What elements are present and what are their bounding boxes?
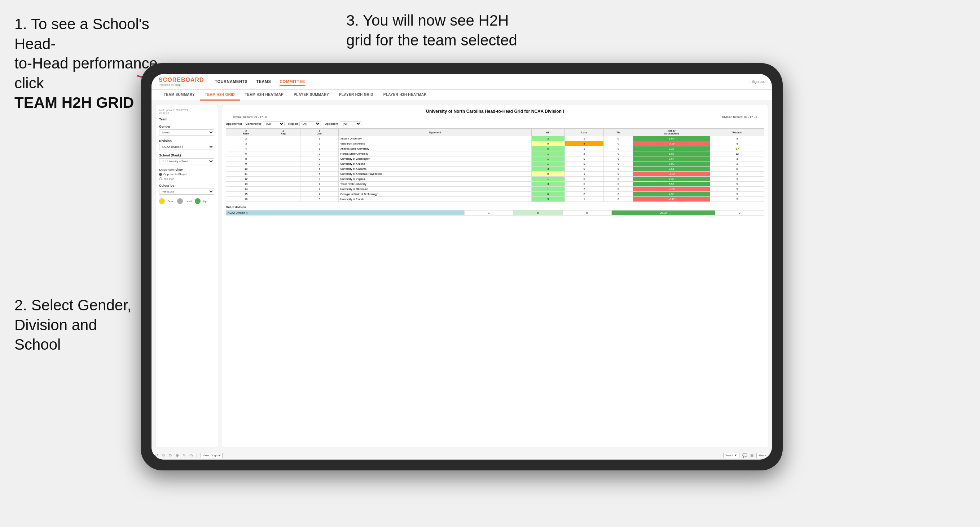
cell-rounds: 8 <box>710 167 764 171</box>
cell-rank: 9 <box>226 162 266 167</box>
cell-rounds: 12 <box>710 151 764 156</box>
radio-opponents-played[interactable]: Opponents Played <box>159 173 214 176</box>
watch-btn[interactable]: Watch ▼ <box>723 453 740 458</box>
redo-icon[interactable]: ↻ <box>162 453 165 458</box>
overall-record: Overall Record: 89 - 17 - 0 <box>233 115 267 119</box>
radio-dot-top100 <box>159 177 162 180</box>
table-row: 8 2 University of Washington 1 0 0 3.67 … <box>226 156 764 162</box>
view-original-btn[interactable]: View: Original <box>200 453 223 458</box>
cell-rank: 10 <box>226 167 266 171</box>
opponent-view-label: Opponent View <box>159 168 214 171</box>
nav-committee[interactable]: COMMITTEE <box>280 78 305 86</box>
comment-icon[interactable]: 💬 <box>742 453 747 458</box>
table-row: 9 3 University of Arizona 1 0 0 9.00 2 <box>226 162 764 167</box>
share-btn[interactable]: Share <box>756 453 768 458</box>
tab-player-h2h-grid[interactable]: PLAYER H2H GRID <box>334 90 379 100</box>
undo-icon[interactable]: ↺ <box>155 453 158 458</box>
cell-opponent: Georgia Institute of Technology <box>339 192 531 197</box>
sidebar: Last Updated: 27/03/2024 16:55:38 Team G… <box>155 105 218 447</box>
cell-rank: 13 <box>226 182 266 187</box>
out-of-div-label: Out of division <box>226 205 764 209</box>
cell-diff: -2.29 <box>633 141 710 146</box>
cell-diff: -4.33 <box>633 171 710 177</box>
colour-select[interactable]: Win/Loss <box>159 189 214 195</box>
colour-section: Colour by Win/Loss <box>159 184 214 195</box>
cell-tie: 0 <box>604 151 633 156</box>
th-conf: #Conf <box>301 129 339 136</box>
cell-win: 3 <box>531 197 565 202</box>
cell-opponent: University of Washington <box>339 156 531 162</box>
conference-label: Conference <box>246 122 261 125</box>
cell-reg <box>266 182 301 187</box>
cell-win: 3 <box>531 167 565 171</box>
data-panel: University of North Carolina Head-to-Hea… <box>222 105 768 447</box>
division-select[interactable]: NCAA Division I <box>159 144 214 150</box>
bottom-toolbar: ↺ ↻ ⟳ ⊕ ✎ ◷ View: Original Watch ▼ 💬 ⊞ S… <box>151 451 772 460</box>
radio-top100[interactable]: Top 100 <box>159 177 214 180</box>
table-row: 3 2 Vanderbilt University 0 4 0 -2.29 8 <box>226 141 764 146</box>
main-nav: TOURNAMENTS TEAMS COMMITTEE <box>215 78 739 86</box>
cell-tie: 0 <box>604 136 633 141</box>
cell-reg <box>266 151 301 156</box>
cell-tie: 0 <box>604 167 633 171</box>
cell-win: 1 <box>531 187 565 192</box>
th-win: Win <box>531 129 565 136</box>
cell-rank: 11 <box>226 171 266 177</box>
cell-diff: 3.67 <box>633 156 710 162</box>
opponents-filter-label: Opponents: <box>226 122 242 125</box>
cell-rounds: 9 <box>710 187 764 192</box>
cell-rounds: 3 <box>710 177 764 182</box>
nav-tournaments[interactable]: TOURNAMENTS <box>215 78 248 86</box>
division-label: Division <box>159 139 214 143</box>
cell-rank: 8 <box>226 156 266 162</box>
refresh-icon[interactable]: ⟳ <box>169 453 172 458</box>
gender-select[interactable]: Men's <box>159 129 214 135</box>
grid-icon[interactable]: ⊞ <box>750 453 754 458</box>
cell-rounds: 9 <box>710 136 764 141</box>
team-label: Team <box>159 117 214 121</box>
out-of-div-table: NCAA Division II 1 0 0 26.00 3 <box>226 210 764 216</box>
cell-conf: 4 <box>301 192 339 197</box>
cell-loss: 1 <box>565 136 604 141</box>
cell-conf: 2 <box>301 156 339 162</box>
team-section: Team <box>159 117 214 121</box>
app-header: SCOREBOARD Powered by clippi TOURNAMENTS… <box>151 74 772 90</box>
cell-reg <box>266 187 301 192</box>
cell-rounds: 3 <box>710 156 764 162</box>
tab-team-h2h-heatmap[interactable]: TEAM H2H HEATMAP <box>240 90 288 100</box>
tab-player-h2h-heatmap[interactable]: PLAYER H2H HEATMAP <box>379 90 431 100</box>
th-tie: Tie <box>604 129 633 136</box>
clock-icon[interactable]: ◷ <box>189 453 193 458</box>
gender-section: Gender Men's <box>159 125 214 135</box>
cell-opponent: University of Virginia <box>339 177 531 182</box>
nav-teams[interactable]: TEAMS <box>256 78 271 86</box>
cell-reg <box>266 171 301 177</box>
sign-out-link[interactable]: | Sign out <box>749 80 765 84</box>
cell-diff: 2.33 <box>633 177 710 182</box>
tab-player-summary[interactable]: PLAYER SUMMARY <box>288 90 334 100</box>
th-rank: #Rank <box>226 129 266 136</box>
school-select[interactable]: 1. University of Nort... <box>159 158 214 164</box>
conference-select[interactable]: (All) <box>263 121 285 126</box>
cell-rank: 4 <box>226 146 266 151</box>
cell-reg <box>266 197 301 202</box>
opponent-select[interactable]: (All) <box>340 121 361 126</box>
filter-row: Opponents: Conference (All) Region (All) <box>226 121 764 126</box>
tab-team-summary[interactable]: TEAM SUMMARY <box>159 90 200 100</box>
th-loss: Loss <box>565 129 604 136</box>
annotation-2: 2. Select Gender, Division and School <box>14 295 132 355</box>
division-section: Division NCAA Division I <box>159 139 214 150</box>
copy-icon[interactable]: ⊕ <box>176 453 179 458</box>
color-legend: Down Level Up <box>159 198 214 204</box>
edit-icon[interactable]: ✎ <box>183 453 186 458</box>
cell-tie: 0 <box>604 182 633 187</box>
cell-rank: 15 <box>226 192 266 197</box>
cell-win: 1 <box>531 177 565 182</box>
cell-conf: 5 <box>301 167 339 171</box>
cell-tie: 0 <box>604 156 633 162</box>
cell-loss: 0 <box>565 177 604 182</box>
tab-team-h2h-grid[interactable]: TEAM H2H GRID <box>200 90 240 100</box>
cell-diff: 4.50 <box>633 192 710 197</box>
region-select[interactable]: (All) <box>299 121 321 126</box>
cell-conf: 2 <box>301 187 339 192</box>
